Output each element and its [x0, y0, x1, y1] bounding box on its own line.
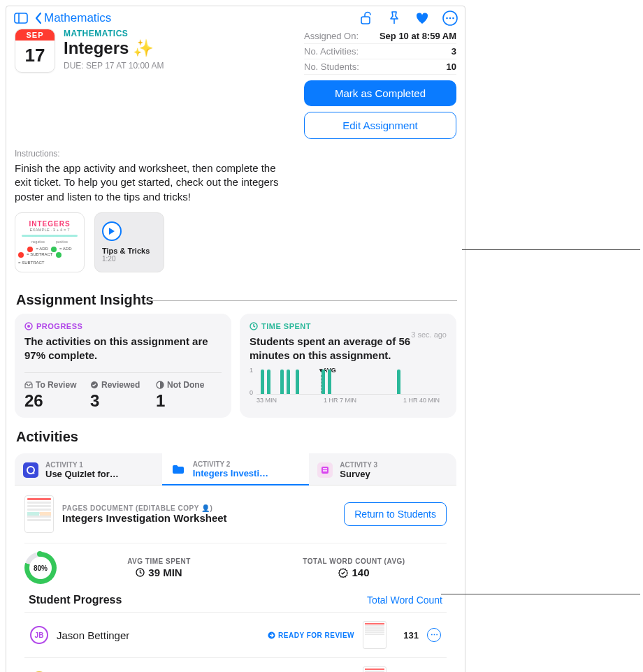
- word-count-block: TOTAL WORD COUNT (AVG) 140: [261, 557, 447, 578]
- return-to-students-button[interactable]: Return to Students: [344, 502, 447, 526]
- activities-card: ACTIVITY 1 Use Quizlet for… ACTIVITY 2 I…: [15, 453, 456, 672]
- student-name: Jason Bettinger: [57, 629, 259, 641]
- svg-point-6: [452, 17, 454, 20]
- attachment-title: Tips & Tricks: [102, 247, 150, 255]
- survey-icon: [317, 462, 333, 478]
- attachments-row: INTEGERS EXAMPLE · 3 + 4 = 7 negativepos…: [6, 204, 465, 281]
- assigned-on-row: Assigned On: Sep 10 at 8:59 AM: [304, 29, 456, 44]
- sidebar-toggle-icon[interactable]: [13, 10, 29, 26]
- more-icon[interactable]: [442, 10, 458, 26]
- svg-point-4: [446, 17, 448, 20]
- assignment-header: SEP 17 MATHEMATICS Integers ✨ DUE: SEP 1…: [6, 29, 465, 143]
- inbox-icon: [24, 381, 33, 388]
- tab-activity-3[interactable]: ACTIVITY 3 Survey: [309, 453, 456, 485]
- avg-time-block: AVG TIME SPENT 39 MIN: [66, 557, 252, 578]
- activities-heading: Activities: [6, 418, 465, 451]
- instructions-section: Instructions: Finish the app activity an…: [6, 143, 465, 204]
- progress-card[interactable]: PROGRESS The activities on this assignme…: [15, 314, 231, 418]
- stat-reviewed: Reviewed 3: [90, 380, 156, 411]
- clock-icon: [136, 568, 145, 577]
- work-thumbnail[interactable]: [363, 666, 386, 672]
- favorite-icon[interactable]: [414, 10, 430, 26]
- progress-summary: The activities on this assignment are 97…: [24, 335, 222, 363]
- calendar-month: SEP: [15, 29, 55, 41]
- check-circle-icon: [90, 381, 99, 389]
- folder-icon: [171, 462, 186, 477]
- progress-label: PROGRESS: [24, 322, 222, 330]
- assignment-title: Integers ✨: [64, 38, 164, 58]
- top-nav: Mathematics: [6, 6, 465, 29]
- tab-activity-2[interactable]: ACTIVITY 2 Integers Investi…: [162, 453, 310, 485]
- attachment-duration: 1:20: [102, 255, 115, 263]
- work-thumbnail[interactable]: [363, 621, 386, 649]
- sparkles-icon: ✨: [133, 38, 154, 58]
- document-title: Integers Investigation Worksheet: [62, 512, 335, 524]
- student-row[interactable]: JB Jason Bettinger READY FOR REVIEW 131 …: [24, 612, 447, 657]
- total-word-count-link[interactable]: Total Word Count: [367, 594, 442, 606]
- student-word-count: 131: [395, 630, 419, 641]
- attachment-poster[interactable]: INTEGERS EXAMPLE · 3 + 4 = 7 negativepos…: [15, 212, 85, 272]
- instructions-text: Finish the app activity and worksheet, t…: [15, 161, 294, 204]
- activities-count-row: No. Activities: 3: [304, 44, 456, 59]
- student-row[interactable]: CB Chella Boehm VIEWED 111 ⋯: [24, 657, 447, 672]
- chevron-left-icon: [34, 12, 43, 24]
- avatar: JB: [30, 626, 48, 644]
- calendar-day: 17: [15, 41, 55, 72]
- target-icon: [24, 322, 33, 330]
- student-progress-heading: Student Progress: [29, 594, 122, 606]
- time-label: TIME SPENT: [250, 322, 447, 330]
- svg-rect-0: [15, 13, 27, 23]
- svg-point-5: [449, 17, 451, 20]
- svg-point-8: [27, 325, 30, 328]
- status-dot-icon: [268, 631, 275, 639]
- subject-label: MATHEMATICS: [64, 29, 164, 38]
- calendar-card: SEP 17: [15, 29, 55, 73]
- callout-line: [462, 249, 640, 250]
- poster-title: INTEGERS: [29, 220, 70, 228]
- student-more-button[interactable]: ⋯: [427, 628, 441, 642]
- insights-row: PROGRESS The activities on this assignme…: [6, 314, 465, 418]
- due-date: DUE: SEP 17 AT 10:00 AM: [64, 61, 164, 71]
- app-window: Mathematics SEP 17 MATHEMA: [6, 6, 465, 672]
- pin-icon[interactable]: [386, 10, 402, 26]
- document-type: PAGES DOCUMENT (EDITABLE COPY 👤): [62, 504, 335, 512]
- svg-rect-13: [322, 467, 328, 474]
- edit-assignment-button[interactable]: Edit Assignment: [304, 112, 456, 139]
- tab-activity-1[interactable]: ACTIVITY 1 Use Quizlet for…: [15, 453, 162, 485]
- insights-heading: Assignment Insights: [6, 281, 465, 314]
- time-summary: Students spent an average of 56 minutes …: [250, 335, 447, 363]
- time-spent-card[interactable]: TIME SPENT 3 sec. ago Students spent an …: [240, 314, 456, 418]
- play-icon: [102, 221, 122, 241]
- quizlet-icon: [23, 462, 38, 478]
- document-thumbnail[interactable]: [24, 495, 54, 533]
- unlock-icon[interactable]: [359, 10, 374, 26]
- stat-not-done: Not Done 1: [156, 380, 222, 411]
- svg-rect-2: [361, 17, 370, 24]
- badge-icon: [338, 568, 348, 578]
- student-status: READY FOR REVIEW: [268, 631, 354, 639]
- students-count-row: No. Students: 10: [304, 59, 456, 75]
- clock-icon: [250, 322, 258, 330]
- callout-line: [441, 594, 640, 594]
- time-updated: 3 sec. ago: [411, 330, 447, 339]
- time-chart: 1 0 ▾AVG 33 MIN 1: [250, 367, 447, 403]
- completion-donut: 80%: [24, 552, 57, 584]
- mark-completed-button[interactable]: Mark as Completed: [304, 80, 456, 106]
- stat-to-review: To Review 26: [24, 380, 90, 411]
- half-circle-icon: [156, 381, 164, 389]
- activity-body: PAGES DOCUMENT (EDITABLE COPY 👤) Integer…: [15, 485, 456, 672]
- attachment-audio[interactable]: Tips & Tricks 1:20: [94, 212, 164, 272]
- activity-tabs: ACTIVITY 1 Use Quizlet for… ACTIVITY 2 I…: [15, 453, 456, 485]
- instructions-label: Instructions:: [15, 149, 456, 159]
- back-label: Mathematics: [44, 11, 111, 25]
- back-button[interactable]: Mathematics: [34, 11, 111, 25]
